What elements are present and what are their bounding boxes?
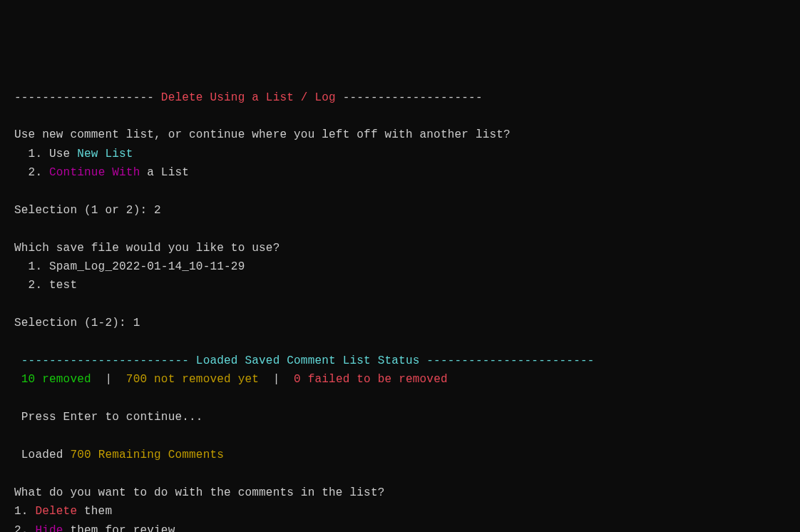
loaded-count: 700 Remaining Comments: [70, 449, 224, 461]
prompt1-opt1-color: New List: [77, 148, 133, 160]
prompt1-opt2-post: a List: [140, 166, 189, 179]
loaded-prefix: Loaded: [14, 449, 70, 461]
prompt1-selection-label: Selection (1 or 2):: [14, 204, 154, 217]
status-removed: 10 removed: [14, 373, 91, 386]
status-failed-text: failed to be removed: [301, 373, 448, 386]
prompt1-opt2-num: 2.: [14, 166, 49, 179]
prompt3-opt2-num: 2.: [14, 524, 35, 532]
header-dashes-right: --------------------: [343, 91, 483, 104]
status-dashes-left: ------------------------: [14, 354, 189, 367]
status-not-removed: 700 not removed yet: [126, 373, 259, 386]
status-dashes-right: ------------------------: [426, 354, 594, 367]
prompt3-question: What do you want to do with the comments…: [14, 486, 384, 499]
prompt2-selection-label: Selection (1-2):: [14, 317, 133, 329]
header-title: Delete Using a List / Log: [154, 91, 343, 104]
status-failed-count: 0: [294, 373, 301, 386]
status-title: Loaded Saved Comment List Status: [189, 354, 426, 367]
prompt3-opt2-post: them for review: [63, 524, 175, 532]
status-sep1: |: [91, 373, 126, 386]
prompt2-opt1: 1. Spam_Log_2022-01-14_10-11-29: [14, 260, 245, 273]
prompt3-opt1-num: 1.: [14, 505, 35, 518]
prompt2-selection-value[interactable]: 1: [133, 317, 140, 329]
prompt1-selection-value[interactable]: 2: [154, 204, 161, 217]
prompt2-question: Which save file would you like to use?: [14, 242, 280, 255]
prompt3-opt1-color: Delete: [35, 505, 77, 518]
prompt1-opt2-color: Continue With: [49, 166, 140, 179]
prompt1-opt1-pre: Use: [49, 148, 77, 160]
prompt2-opt2: 2. test: [14, 279, 77, 292]
prompt1-opt1-num: 1.: [14, 148, 49, 160]
header-dashes-left: --------------------: [14, 91, 154, 104]
prompt1-question: Use new comment list, or continue where …: [14, 128, 511, 141]
status-sep2: |: [259, 373, 294, 386]
continue-prompt[interactable]: Press Enter to continue...: [14, 411, 203, 424]
prompt3-opt2-color: Hide: [35, 524, 63, 532]
prompt3-opt1-post: them: [77, 505, 112, 518]
